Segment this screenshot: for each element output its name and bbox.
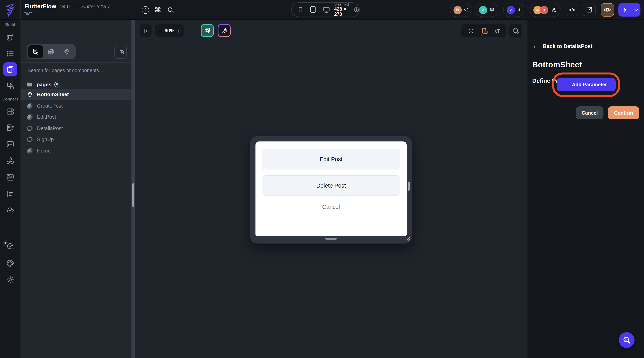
shortcuts-button[interactable]: ⌘ <box>154 6 162 14</box>
cancel-button[interactable]: Cancel <box>576 106 604 119</box>
add-folder-button[interactable] <box>114 45 127 59</box>
sheet-button-label: Delete Post <box>316 183 346 189</box>
help-button[interactable]: ? <box>141 6 150 14</box>
add-parameter-button[interactable]: + Add Parameter <box>556 78 616 91</box>
page-row-label: BottomSheet <box>37 91 69 97</box>
rail-item-cloud-functions[interactable] <box>6 206 14 214</box>
search-smile-icon <box>622 336 631 344</box>
search-button[interactable] <box>166 6 175 14</box>
rail-item-settings[interactable] <box>6 275 14 284</box>
rail-item-integrations[interactable] <box>6 156 14 165</box>
sheet-button-delete-post[interactable]: Delete Post <box>262 175 400 196</box>
activity-lightning-icon <box>517 6 521 14</box>
project-checks-button[interactable]: ✓ <box>476 3 498 17</box>
widget-add-icon <box>6 33 14 41</box>
history-icon: ↻ <box>454 6 462 14</box>
rail-item-theme[interactable] <box>6 259 14 268</box>
search-icon <box>167 6 174 14</box>
page-row-detailspost[interactable]: DetailsPost <box>20 123 135 134</box>
sheet-cancel-text[interactable]: Cancel <box>256 204 407 210</box>
page-row-home[interactable]: Home <box>20 145 135 156</box>
desktop-mode-button[interactable] <box>322 6 330 14</box>
page-icon <box>26 102 34 109</box>
page-row-bottomsheet[interactable]: BottomSheet <box>20 89 135 100</box>
topbar-divider-rail <box>20 0 21 20</box>
size-info-button[interactable] <box>354 7 360 13</box>
back-arrow-icon: ← <box>532 43 538 50</box>
phone-mode-button[interactable] <box>297 6 304 13</box>
add-widget-icon <box>204 27 211 34</box>
topbar-divider <box>136 5 137 15</box>
confirm-button[interactable]: Confirm <box>608 106 639 119</box>
connect-section-label: Connect <box>0 97 20 101</box>
panel-scrollbar-thumb[interactable] <box>132 183 134 207</box>
sheet-button-edit-post[interactable]: Edit Post <box>262 149 400 169</box>
flutter-version: Flutter 3.13.7 <box>81 4 110 10</box>
zoom-in-button[interactable]: + <box>174 27 183 34</box>
plus-icon: + <box>565 81 569 88</box>
device-screen: Edit Post Delete Post Cancel <box>256 141 407 236</box>
zoom-level[interactable]: 90% <box>164 28 174 34</box>
preview-eye-button[interactable] <box>601 3 614 17</box>
command-icon: ⌘ <box>154 6 161 14</box>
diamond-icon <box>63 48 70 55</box>
light-mode-sun-icon[interactable] <box>467 27 475 35</box>
components-icon <box>6 82 14 90</box>
pages-search-input[interactable] <box>28 65 122 76</box>
add-widget-button[interactable] <box>201 24 214 37</box>
gear-icon <box>6 275 14 284</box>
tab-pages[interactable] <box>44 45 59 58</box>
rail-item-components[interactable] <box>6 82 14 90</box>
page-row-label: SignUp <box>37 136 54 142</box>
canvas-resize-handle[interactable] <box>405 235 411 241</box>
pages-folder-row[interactable]: pages 0 <box>20 80 135 89</box>
page-row-createpost[interactable]: CreatePost <box>20 100 135 111</box>
rail-item-pages[interactable] <box>6 65 14 74</box>
canvas[interactable]: − 90% + tT Edit Post Delete Post <box>135 20 528 358</box>
support-search-fab[interactable] <box>619 332 634 348</box>
rail-item-widget-palette[interactable] <box>6 33 14 41</box>
page-row-signup[interactable]: SignUp <box>20 134 135 145</box>
version-badge-label: v1 <box>464 7 469 13</box>
canvas-display-toolbar: tT <box>461 24 506 38</box>
tab-components[interactable] <box>59 45 74 58</box>
open-preview-button[interactable] <box>583 4 596 16</box>
tab-pages-and-components[interactable] <box>28 45 44 58</box>
new-feature-star-badge: ★ <box>2 240 8 246</box>
back-to-page-button[interactable]: ← Back to DetailsPost <box>532 43 592 50</box>
automations-button[interactable]: 7 <box>503 3 524 17</box>
eye-icon <box>604 6 611 14</box>
pages-folder-count: 0 <box>54 81 60 87</box>
flutterflow-logo[interactable] <box>6 3 16 17</box>
collapse-panel-button[interactable] <box>140 25 152 37</box>
monitor-icon <box>322 6 330 14</box>
canvas-settings-button[interactable] <box>509 24 522 38</box>
tablet-mode-button[interactable] <box>309 6 317 14</box>
page-icon <box>26 136 34 143</box>
rail-item-database[interactable] <box>6 107 14 116</box>
ai-generate-button[interactable] <box>218 24 231 37</box>
responsive-devices-icon[interactable] <box>481 27 489 35</box>
page-row-editpost[interactable]: EditPost <box>20 111 135 122</box>
run-bolt-icon <box>621 6 629 14</box>
rail-item-widget-tree[interactable] <box>6 49 14 58</box>
errors-count-badge: 1 <box>540 6 548 14</box>
run-button[interactable] <box>618 3 640 17</box>
text-scale-button[interactable]: tT <box>495 28 500 34</box>
diamond-icon <box>26 91 34 98</box>
page-row-label: CreatePost <box>37 103 62 109</box>
rail-item-api-calls[interactable] <box>6 123 14 132</box>
version-history-button[interactable]: ↻ v1 <box>450 3 471 17</box>
page-icon <box>26 147 34 154</box>
info-icon <box>354 7 360 13</box>
rail-item-storage[interactable] <box>6 140 14 148</box>
view-code-button[interactable]: </> <box>566 4 578 16</box>
project-title-row: FlutterFlow v4.0 — Flutter 3.13.7 <box>24 3 110 10</box>
folder-icon <box>26 81 33 88</box>
device-home-indicator <box>325 238 337 240</box>
rail-item-media-assets[interactable] <box>6 173 14 182</box>
issues-bug-button[interactable]: 4 1 <box>530 3 560 17</box>
zoom-out-button[interactable]: − <box>156 27 164 34</box>
rail-item-app-values[interactable] <box>6 190 14 198</box>
chat-icon <box>490 6 495 14</box>
